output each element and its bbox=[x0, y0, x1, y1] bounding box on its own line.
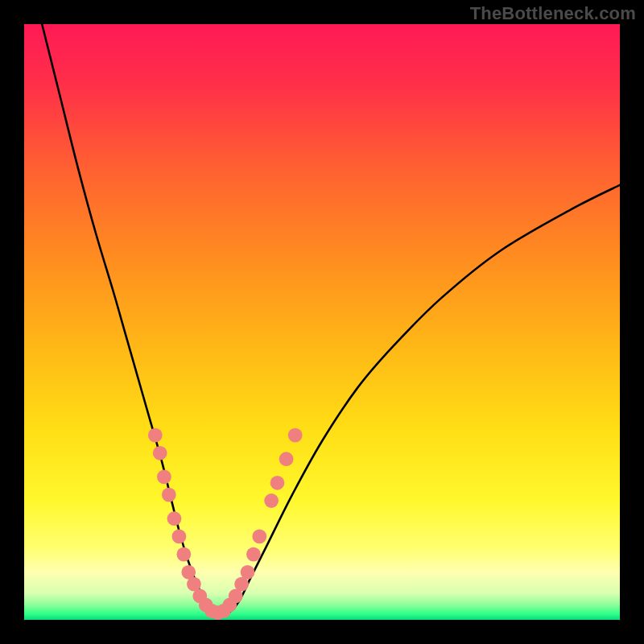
marker-dot bbox=[162, 488, 176, 502]
marker-dot bbox=[167, 511, 182, 526]
marker-dot bbox=[270, 476, 285, 490]
marker-dot bbox=[172, 530, 187, 544]
marker-dot bbox=[176, 547, 191, 562]
marker-dot bbox=[246, 547, 261, 562]
marker-dot bbox=[288, 428, 303, 443]
marker-dots-group bbox=[148, 428, 303, 620]
bottleneck-curve-path bbox=[42, 24, 620, 615]
watermark-text: TheBottleneck.com bbox=[470, 3, 636, 24]
marker-dot bbox=[279, 452, 294, 466]
marker-dot bbox=[153, 446, 167, 460]
marker-dot bbox=[241, 565, 255, 580]
plot-area bbox=[24, 24, 620, 620]
marker-dot bbox=[157, 470, 171, 485]
chart-svg bbox=[24, 24, 620, 620]
chart-frame: TheBottleneck.com bbox=[0, 0, 644, 644]
marker-dot bbox=[148, 428, 163, 443]
marker-dot bbox=[252, 530, 266, 544]
marker-dot bbox=[264, 493, 279, 508]
